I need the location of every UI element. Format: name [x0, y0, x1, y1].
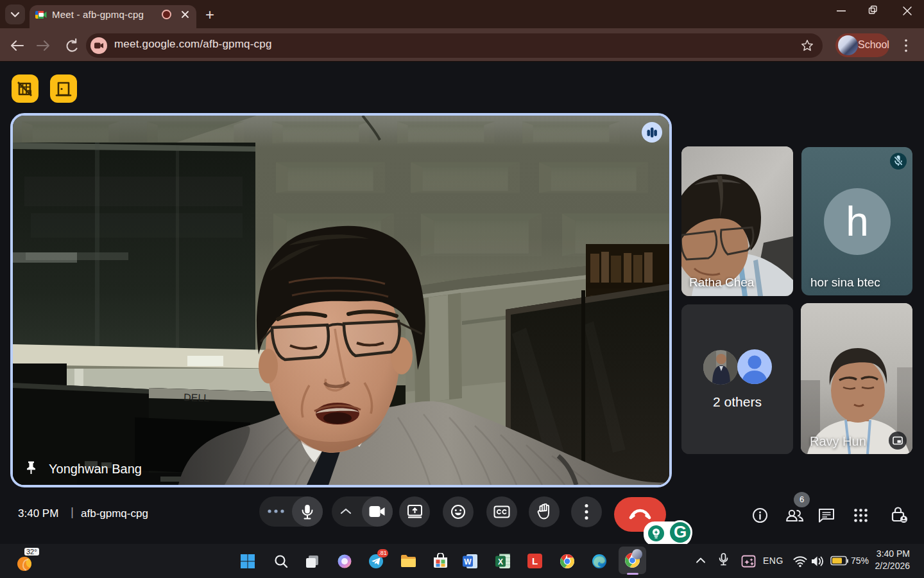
svg-text:h: h	[846, 198, 869, 245]
svg-text:hor sina btec: hor sina btec	[810, 276, 880, 289]
svg-text:Ratha Chea: Ratha Chea	[689, 276, 755, 289]
svg-text:2 others: 2 others	[713, 394, 762, 409]
svg-text:W: W	[464, 557, 472, 566]
svg-text:X: X	[498, 557, 503, 566]
svg-text:Ravy Hun: Ravy Hun	[810, 434, 866, 448]
svg-text:DELL: DELL	[184, 392, 210, 403]
